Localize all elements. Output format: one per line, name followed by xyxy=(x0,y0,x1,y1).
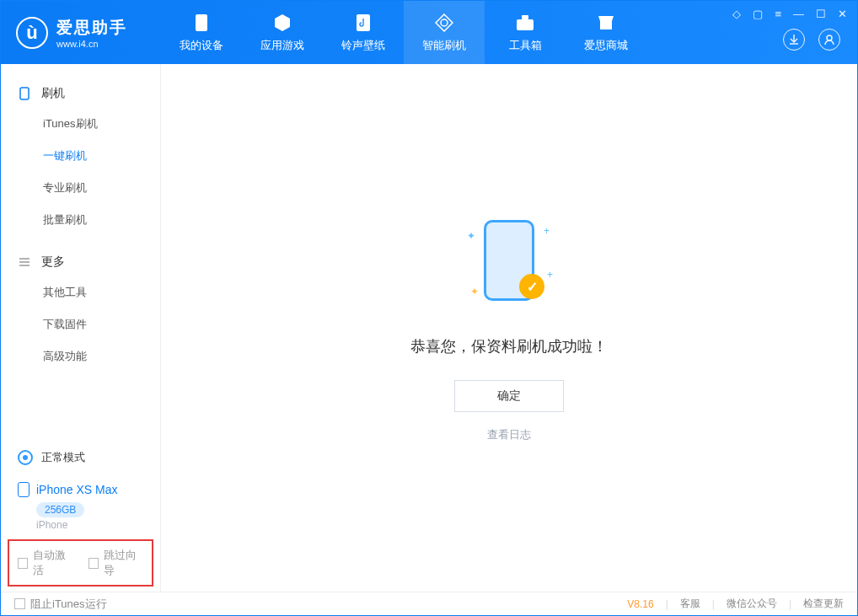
logo-block: ù 爱思助手 www.i4.cn xyxy=(1,17,161,49)
music-icon xyxy=(353,13,373,33)
device-name: iPhone XS Max xyxy=(36,483,118,496)
skip-guide-checkbox[interactable]: 跳过向导 xyxy=(88,548,144,578)
nav-toolbox[interactable]: 工具箱 xyxy=(485,1,566,64)
user-icon[interactable] xyxy=(818,29,840,51)
checkbox-label: 跳过向导 xyxy=(104,548,143,578)
sidebar-item-itunes-flash[interactable]: iTunes刷机 xyxy=(1,108,160,140)
nav-label: 智能刷机 xyxy=(422,38,466,53)
checkbox-icon xyxy=(14,598,25,609)
success-illustration: ✦ + ✦ + ✓ xyxy=(458,213,560,314)
auto-activate-checkbox[interactable]: 自动激活 xyxy=(18,548,73,578)
shop-icon xyxy=(596,13,616,33)
nav-ringtones[interactable]: 铃声壁纸 xyxy=(323,1,404,64)
sidebar-item-advanced[interactable]: 高级功能 xyxy=(1,340,160,372)
svg-rect-6 xyxy=(20,88,29,99)
nav-apps[interactable]: 应用游戏 xyxy=(242,1,323,64)
nav-my-device[interactable]: 我的设备 xyxy=(161,1,242,64)
app-title: 爱思助手 xyxy=(56,17,127,39)
svg-rect-3 xyxy=(517,19,534,30)
sparkle-icon: + xyxy=(547,269,553,281)
sidebar-item-oneclick-flash[interactable]: 一键刷机 xyxy=(1,140,160,172)
toolbox-icon xyxy=(515,13,535,33)
group-title: 更多 xyxy=(41,254,65,270)
download-icon[interactable] xyxy=(783,29,805,51)
footer-link-support[interactable]: 客服 xyxy=(680,597,700,611)
nav-flash[interactable]: 智能刷机 xyxy=(404,1,485,64)
nav-label: 我的设备 xyxy=(180,38,223,53)
list-icon xyxy=(18,255,31,269)
group-title: 刷机 xyxy=(41,86,65,101)
nav-label: 工具箱 xyxy=(509,38,542,53)
footer-link-wechat[interactable]: 微信公众号 xyxy=(727,597,777,611)
version-label: V8.16 xyxy=(627,598,653,610)
app-url: www.i4.cn xyxy=(56,39,127,49)
sparkle-icon: ✦ xyxy=(467,230,475,242)
header-actions xyxy=(783,29,840,51)
cube-icon xyxy=(272,13,292,33)
phone-small-icon xyxy=(18,482,29,497)
separator: | xyxy=(712,598,715,610)
storage-pill: 256GB xyxy=(36,502,84,517)
device-icon xyxy=(191,13,212,33)
separator: | xyxy=(666,598,668,610)
svg-point-2 xyxy=(441,19,448,26)
checkbox-label: 阻止iTunes运行 xyxy=(30,597,107,612)
close-button[interactable]: ✕ xyxy=(838,8,847,20)
nav-label: 应用游戏 xyxy=(260,38,304,53)
main-content: ✦ + ✦ + ✓ 恭喜您，保资料刷机成功啦！ 确定 查看日志 xyxy=(161,64,857,592)
block-itunes-checkbox[interactable]: 阻止iTunes运行 xyxy=(14,597,107,612)
nav-label: 铃声壁纸 xyxy=(341,38,385,53)
svg-rect-4 xyxy=(522,15,528,19)
checkbox-icon xyxy=(88,558,99,569)
sidebar-item-download-firmware[interactable]: 下载固件 xyxy=(1,308,160,340)
theme-icon[interactable]: ◇ xyxy=(732,8,741,20)
device-mode-row[interactable]: 正常模式 xyxy=(8,442,153,474)
phone-outline-icon xyxy=(18,87,31,100)
nav-store[interactable]: 爱思商城 xyxy=(566,1,646,64)
svg-point-5 xyxy=(827,35,832,40)
mode-dot-icon xyxy=(18,450,33,465)
check-badge-icon: ✓ xyxy=(519,274,544,299)
sidebar-group-more: 更多 xyxy=(1,248,160,276)
footer-link-update[interactable]: 检查更新 xyxy=(803,597,844,611)
svg-rect-0 xyxy=(196,14,207,31)
maximize-button[interactable]: ☐ xyxy=(816,8,826,20)
ok-button[interactable]: 确定 xyxy=(454,380,564,412)
options-highlight-box: 自动激活 跳过向导 xyxy=(8,539,153,587)
app-header: ù 爱思助手 www.i4.cn 我的设备 应用游戏 铃声壁纸 智能刷机 工具箱 xyxy=(1,1,857,64)
device-subtype: iPhone xyxy=(36,519,143,531)
settings-icon[interactable]: ▢ xyxy=(753,8,763,20)
device-panel: 正常模式 iPhone XS Max 256GB iPhone 自动激活 跳过向… xyxy=(8,442,153,587)
status-bar: 阻止iTunes运行 V8.16 | 客服 | 微信公众号 | 检查更新 xyxy=(1,592,857,615)
device-mode: 正常模式 xyxy=(41,450,85,465)
checkbox-icon xyxy=(18,558,28,569)
menu-icon[interactable]: ≡ xyxy=(775,8,781,20)
minimize-button[interactable]: — xyxy=(793,8,804,20)
window-controls: ◇ ▢ ≡ — ☐ ✕ xyxy=(732,8,847,20)
sidebar-item-batch-flash[interactable]: 批量刷机 xyxy=(1,204,160,236)
checkbox-label: 自动激活 xyxy=(33,548,72,578)
sparkle-icon: ✦ xyxy=(470,286,479,297)
device-row[interactable]: iPhone XS Max 256GB iPhone xyxy=(8,474,153,536)
separator: | xyxy=(789,598,791,610)
sidebar: 刷机 iTunes刷机 一键刷机 专业刷机 批量刷机 更多 其他工具 下载固件 … xyxy=(1,64,161,592)
sparkle-icon: + xyxy=(544,225,550,237)
refresh-icon xyxy=(434,13,454,33)
sidebar-group-flash: 刷机 xyxy=(1,79,160,108)
logo-icon: ù xyxy=(16,17,48,49)
success-message: 恭喜您，保资料刷机成功啦！ xyxy=(410,336,608,356)
sidebar-item-pro-flash[interactable]: 专业刷机 xyxy=(1,172,160,204)
view-log-link[interactable]: 查看日志 xyxy=(487,427,531,442)
main-nav: 我的设备 应用游戏 铃声壁纸 智能刷机 工具箱 爱思商城 xyxy=(161,1,646,64)
nav-label: 爱思商城 xyxy=(584,38,628,53)
sidebar-item-other-tools[interactable]: 其他工具 xyxy=(1,276,160,308)
